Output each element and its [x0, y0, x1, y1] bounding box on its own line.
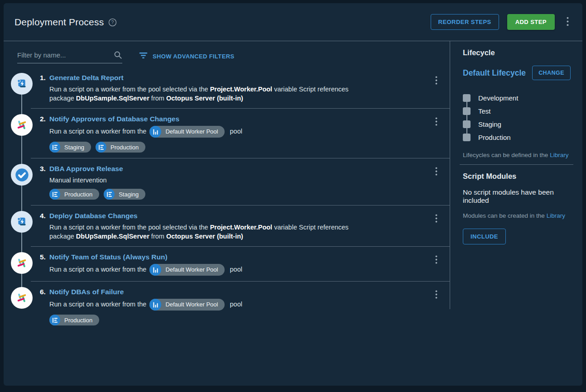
step-overflow-menu-button[interactable] — [433, 289, 440, 301]
emphasis-text: Octopus Server (built-in) — [166, 233, 243, 240]
worker-pool-icon — [149, 299, 161, 311]
filter-bar: SHOW ADVANCED FILTERS — [4, 41, 450, 67]
worker-pool-chip[interactable]: Default Worker Pool — [149, 264, 225, 276]
environment-chip[interactable]: Staging — [104, 189, 145, 200]
step-title-link[interactable]: Deploy Database Changes — [49, 212, 138, 220]
page-header: Deployment Process ? REORDER STEPS ADD S… — [4, 3, 582, 41]
step-number: 2. — [40, 114, 49, 124]
worker-pool-chip-label: Default Worker Pool — [165, 127, 218, 136]
deployment-step-row: 6.Notify DBAs of Failure Run a script on… — [4, 282, 450, 331]
environment-chip-label: Staging — [64, 144, 84, 151]
step-title-link[interactable]: Notify Team of Status (Always Run) — [49, 253, 168, 261]
step-title-link[interactable]: Notify Approvers of Database Changes — [49, 115, 179, 123]
page-title: Deployment Process — [14, 17, 104, 28]
slack-step-icon — [11, 114, 33, 136]
change-lifecycle-button[interactable]: CHANGE — [532, 66, 571, 80]
step-description: Run a script on a worker from the pool s… — [49, 223, 366, 241]
worker-pool-chip[interactable]: Default Worker Pool — [149, 299, 225, 311]
step-environments: Production — [49, 315, 413, 325]
script-step-icon — [11, 211, 33, 233]
step-title-link[interactable]: Notify DBAs of Failure — [49, 288, 124, 296]
step-body: 5.Notify Team of Status (Always Run) Run… — [40, 252, 450, 276]
sidebar-divider — [460, 164, 573, 165]
step-number: 3. — [40, 164, 49, 173]
lifecycle-library-link[interactable]: Library — [550, 152, 568, 158]
svg-text:?: ? — [111, 20, 114, 25]
filter-input-wrap — [17, 49, 122, 63]
step-body: 3.DBA Approve Release Manual interventio… — [40, 164, 450, 200]
slack-step-icon — [11, 252, 33, 274]
step-number: 6. — [40, 287, 49, 296]
environment-chip-label: Production — [110, 144, 139, 151]
environment-chip[interactable]: Production — [49, 189, 99, 200]
step-number: 4. — [40, 211, 49, 220]
phase-checkbox — [463, 107, 471, 115]
step-overflow-menu-button[interactable] — [433, 166, 440, 178]
emphasis-text: Project.Worker.Pool — [210, 86, 273, 93]
lifecycle-phase: Production — [463, 131, 571, 144]
step-description: Run a script on a worker from the pool s… — [49, 85, 366, 103]
step-overflow-menu-button[interactable] — [433, 116, 440, 129]
step-title-line: 3.DBA Approve Release — [40, 164, 413, 173]
lifecycle-row: Default Lifecycle CHANGE — [463, 66, 571, 80]
script-modules-library-link[interactable]: Library — [547, 212, 565, 219]
environment-chip-label: Staging — [119, 191, 139, 198]
script-modules-note-text: Modules can be created in the — [463, 212, 547, 219]
environment-icon — [49, 142, 60, 153]
show-advanced-filters-button[interactable]: SHOW ADVANCED FILTERS — [139, 52, 234, 60]
step-description: Run a script on a worker from theDefault… — [49, 264, 366, 276]
phase-label: Development — [478, 94, 518, 102]
worker-pool-chip-label: Default Worker Pool — [165, 300, 218, 309]
step-body: 1.Generate Delta Report Run a script on … — [40, 73, 450, 103]
steps-content: SHOW ADVANCED FILTERS 1.Generate Delta R… — [4, 41, 450, 385]
step-icon-cell — [4, 164, 40, 200]
filter-input[interactable] — [17, 51, 110, 59]
step-description: Manual intervention — [49, 176, 366, 185]
step-title-line: 1.Generate Delta Report — [40, 73, 413, 82]
environment-icon — [104, 189, 115, 200]
step-overflow-menu-button[interactable] — [433, 213, 440, 225]
emphasis-text: Project.Worker.Pool — [210, 224, 273, 231]
step-icon-cell — [4, 211, 40, 241]
step-description: Run a script on a worker from theDefault… — [49, 299, 366, 311]
phase-checkbox — [463, 94, 471, 102]
show-advanced-filters-label: SHOW ADVANCED FILTERS — [153, 53, 234, 60]
deployment-step-row: 3.DBA Approve Release Manual interventio… — [4, 158, 450, 206]
step-icon-cell — [4, 114, 40, 153]
environment-chip[interactable]: Production — [96, 142, 145, 153]
step-title-link[interactable]: Generate Delta Report — [49, 74, 124, 81]
worker-pool-chip[interactable]: Default Worker Pool — [149, 126, 225, 138]
step-number: 5. — [40, 252, 49, 262]
reorder-steps-button[interactable]: REORDER STEPS — [431, 14, 499, 30]
environment-chip[interactable]: Production — [49, 315, 99, 325]
phase-checkbox — [463, 120, 471, 128]
add-step-button[interactable]: ADD STEP — [507, 14, 555, 30]
phase-checkbox — [463, 134, 471, 141]
filter-list-icon — [139, 52, 148, 60]
step-body: 4.Deploy Database Changes Run a script o… — [40, 211, 450, 241]
emphasis-text: Octopus Server (built-in) — [166, 95, 243, 102]
step-description: Run a script on a worker from theDefault… — [49, 126, 366, 138]
step-icon-cell — [4, 73, 40, 103]
step-title-line: 2.Notify Approvers of Database Changes — [40, 114, 413, 124]
step-icon-cell — [4, 252, 40, 276]
deployment-step-row: 1.Generate Delta Report Run a script on … — [4, 67, 450, 109]
environment-icon — [49, 315, 60, 325]
step-environments: StagingProduction — [49, 142, 413, 153]
step-overflow-menu-button[interactable] — [433, 254, 440, 267]
lifecycle-name-link[interactable]: Default Lifecycle — [463, 68, 526, 78]
lifecycle-heading: Lifecycle — [463, 48, 571, 57]
step-title-link[interactable]: DBA Approve Release — [49, 165, 123, 172]
help-icon[interactable]: ? — [108, 17, 117, 27]
include-script-module-button[interactable]: INCLUDE — [463, 229, 506, 244]
step-overflow-menu-button[interactable] — [433, 75, 440, 87]
environment-chip[interactable]: Staging — [49, 142, 91, 153]
lifecycle-phase: Test — [463, 105, 571, 118]
header-overflow-menu-button[interactable] — [564, 15, 572, 29]
steps-list: 1.Generate Delta Report Run a script on … — [4, 67, 450, 331]
worker-pool-icon — [149, 126, 161, 138]
environment-chip-label: Production — [64, 317, 92, 324]
deployment-step-row: 5.Notify Team of Status (Always Run) Run… — [4, 247, 450, 282]
script-modules-empty-message: No script modules have been included — [463, 188, 571, 205]
worker-pool-chip-label: Default Worker Pool — [165, 265, 218, 274]
